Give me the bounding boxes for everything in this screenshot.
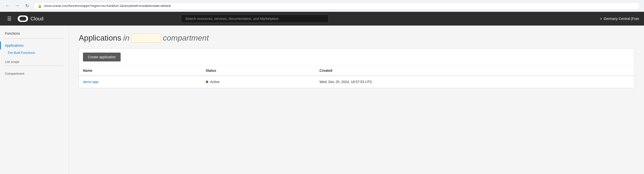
search-input[interactable]: [181, 14, 329, 23]
forward-button[interactable]: →: [14, 2, 21, 9]
sidebar-top-divider: [5, 38, 64, 39]
page-heading: Applications in compartment: [79, 33, 634, 42]
sidebar: Functions Applications Pre-Built Functio…: [0, 25, 69, 174]
address-icon: 🔒: [38, 4, 42, 8]
cell-app-name: demo-app: [79, 76, 202, 88]
address-bar[interactable]: 🔒 cloud.oracle.com/functions/apps?region…: [34, 2, 640, 9]
refresh-button[interactable]: ↻: [24, 2, 30, 9]
oci-search-container: [181, 14, 329, 23]
column-header-name: Name: [79, 66, 202, 76]
hamburger-menu-button[interactable]: ☰: [5, 14, 14, 23]
app-name-link[interactable]: demo-app: [83, 80, 98, 84]
sidebar-item-prebuilt-functions[interactable]: Pre-Built Functions: [0, 49, 69, 56]
sidebar-compartment-title: Compartment: [0, 68, 69, 76]
heading-compartment-word: compartment: [163, 33, 209, 42]
applications-table-container: Create application Name Status Created d…: [79, 48, 634, 88]
table-header-row: Name Status Created: [79, 66, 634, 76]
main-layout: Functions Applications Pre-Built Functio…: [0, 25, 644, 174]
sidebar-scope-divider: [5, 66, 64, 66]
table-toolbar: Create application: [79, 49, 634, 66]
heading-main: Applications: [79, 33, 121, 42]
column-header-created: Created: [316, 66, 634, 76]
applications-table: Name Status Created demo-appActiveWed, D…: [79, 66, 634, 88]
table-row: demo-appActiveWed, Dec 25, 2024, 18:57:5…: [79, 76, 634, 88]
region-selector[interactable]: ∨ Germany Central (Fran: [600, 17, 639, 21]
oci-header: ☰ Cloud ∨ Germany Central (Fran: [0, 12, 644, 25]
sidebar-list-scope-title: List scope: [0, 56, 69, 65]
back-button[interactable]: ←: [4, 2, 11, 9]
oracle-logo-inner: [20, 17, 26, 21]
region-chevron-icon: ∨: [600, 17, 602, 20]
sidebar-prebuilt-label: Pre-Built Functions: [8, 51, 35, 55]
sidebar-applications-label: Applications: [5, 43, 24, 47]
cell-created: Wed, Dec 25, 2024, 18:57:53 UTC: [316, 76, 634, 88]
oci-logo: Cloud: [18, 15, 43, 22]
create-application-button[interactable]: Create application: [83, 53, 121, 61]
content-area: Applications in compartment Create appli…: [69, 25, 644, 174]
browser-chrome: ← → ↻ 🔒 cloud.oracle.com/functions/apps?…: [0, 0, 644, 12]
oracle-logo-icon: [18, 15, 28, 22]
sidebar-section-title: Functions: [0, 31, 69, 38]
status-dot-icon: [206, 81, 208, 83]
cell-status: Active: [202, 76, 316, 88]
hamburger-icon: ☰: [7, 16, 12, 22]
column-header-status: Status: [202, 66, 316, 76]
status-text: Active: [210, 80, 220, 84]
cloud-text: Cloud: [30, 16, 43, 22]
region-label: Germany Central (Fran: [604, 17, 639, 21]
heading-in: in: [123, 33, 130, 42]
url-text: cloud.oracle.com/functions/apps?region=e…: [44, 4, 171, 8]
table-body: demo-appActiveWed, Dec 25, 2024, 18:57:5…: [79, 76, 634, 88]
sidebar-item-applications[interactable]: Applications: [0, 41, 69, 49]
compartment-pill: [131, 34, 161, 42]
table-header: Name Status Created: [79, 66, 634, 76]
